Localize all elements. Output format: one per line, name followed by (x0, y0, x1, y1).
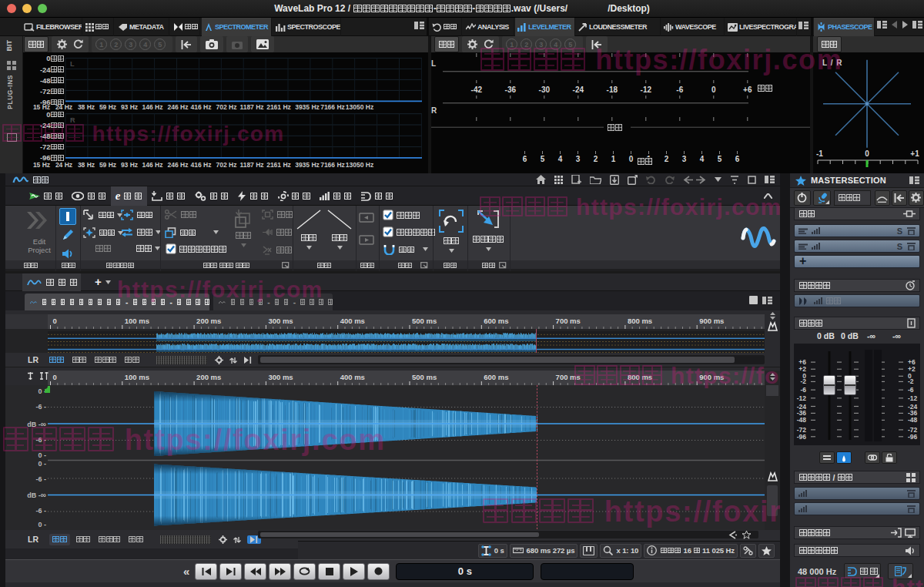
svg-text:300 ms: 300 ms (268, 373, 293, 381)
svg-text:-12: -12 (797, 394, 807, 402)
svg-text:7166 Hz: 7166 Hz (320, 103, 345, 111)
svg-text:-48: -48 (797, 416, 807, 424)
svg-text:600 ms: 600 ms (484, 373, 508, 381)
svg-text:800 ms: 800 ms (628, 317, 652, 325)
svg-text:38 Hz: 38 Hz (78, 103, 95, 111)
svg-text:0: 0 (53, 317, 57, 325)
svg-text:5: 5 (541, 155, 545, 163)
svg-text:R: R (431, 106, 437, 115)
svg-text:13050 Hz: 13050 Hz (346, 103, 373, 111)
svg-text:100 ms: 100 ms (125, 317, 149, 325)
svg-text:6: 6 (523, 155, 527, 163)
svg-text:416 Hz: 416 Hz (191, 161, 212, 169)
svg-text:R: R (70, 116, 75, 124)
svg-text:-18: -18 (607, 86, 618, 94)
svg-text:246 Hz: 246 Hz (168, 161, 189, 169)
svg-text:+1: +1 (910, 149, 919, 158)
svg-text:500 ms: 500 ms (412, 373, 437, 381)
svg-text:0: 0 (629, 155, 634, 163)
svg-text:L: L (431, 59, 436, 68)
svg-text:1187 Hz: 1187 Hz (239, 103, 263, 111)
svg-text:2: 2 (665, 155, 669, 163)
svg-text:2: 2 (594, 155, 598, 163)
svg-text:400 ms: 400 ms (340, 317, 365, 325)
svg-text:-6: -6 (908, 386, 914, 394)
svg-text:702 Hz: 702 Hz (216, 161, 237, 169)
svg-text:-30: -30 (539, 86, 551, 94)
svg-text:0: 0 (865, 149, 869, 158)
svg-text:0: 0 (711, 86, 716, 94)
svg-text:-2: -2 (908, 377, 914, 385)
svg-text:-36: -36 (505, 86, 517, 94)
svg-text:600 ms: 600 ms (484, 317, 508, 325)
svg-text:3935 Hz: 3935 Hz (295, 103, 320, 111)
svg-text:93 Hz: 93 Hz (121, 161, 138, 169)
svg-text:800 ms: 800 ms (628, 373, 652, 381)
svg-text:59 Hz: 59 Hz (99, 161, 116, 169)
svg-text:-6: -6 (800, 386, 806, 394)
svg-text:416 Hz: 416 Hz (191, 103, 212, 111)
svg-text:L: L (70, 60, 75, 68)
svg-text:3: 3 (576, 155, 581, 163)
svg-text:700 ms: 700 ms (556, 373, 581, 381)
svg-text:5: 5 (718, 155, 722, 163)
svg-text:-12: -12 (641, 86, 652, 94)
svg-text:1187 Hz: 1187 Hz (239, 161, 263, 169)
svg-text:0: 0 (53, 373, 57, 381)
svg-text:146 Hz: 146 Hz (142, 161, 163, 169)
svg-text:59 Hz: 59 Hz (99, 103, 116, 111)
svg-text:13050 Hz: 13050 Hz (346, 161, 373, 169)
svg-text:7166 Hz: 7166 Hz (320, 161, 345, 169)
svg-text:1: 1 (611, 155, 616, 163)
svg-text:-48: -48 (908, 416, 918, 424)
svg-text:3935 Hz: 3935 Hz (295, 161, 320, 169)
svg-text:900 ms: 900 ms (699, 317, 724, 325)
svg-text:-12: -12 (908, 394, 918, 402)
svg-text:200 ms: 200 ms (196, 373, 221, 381)
svg-text:-96: -96 (797, 433, 807, 441)
svg-text:702 Hz: 702 Hz (216, 103, 237, 111)
svg-text:6: 6 (735, 155, 740, 163)
svg-text:300 ms: 300 ms (268, 317, 293, 325)
svg-text:93 Hz: 93 Hz (121, 103, 138, 111)
svg-text:100 ms: 100 ms (125, 373, 149, 381)
svg-text:-24: -24 (573, 86, 584, 94)
svg-text:500 ms: 500 ms (412, 317, 437, 325)
svg-text:3: 3 (682, 155, 687, 163)
svg-text:+6: +6 (743, 86, 752, 94)
svg-text:2161 Hz: 2161 Hz (266, 103, 291, 111)
svg-text:-96: -96 (908, 433, 918, 441)
svg-text:-1: -1 (816, 149, 823, 158)
svg-text:38 Hz: 38 Hz (78, 161, 95, 169)
svg-text:2161 Hz: 2161 Hz (266, 161, 291, 169)
svg-text:146 Hz: 146 Hz (142, 103, 163, 111)
svg-text:-2: -2 (800, 377, 806, 385)
svg-text:700 ms: 700 ms (556, 317, 581, 325)
svg-text:246 Hz: 246 Hz (168, 103, 189, 111)
svg-text:900 ms: 900 ms (699, 373, 724, 381)
svg-text:200 ms: 200 ms (196, 317, 221, 325)
svg-text:4: 4 (700, 155, 705, 163)
svg-text:400 ms: 400 ms (340, 373, 365, 381)
svg-text:4: 4 (558, 155, 563, 163)
svg-text:-42: -42 (471, 86, 483, 94)
svg-text:-6: -6 (676, 86, 683, 94)
